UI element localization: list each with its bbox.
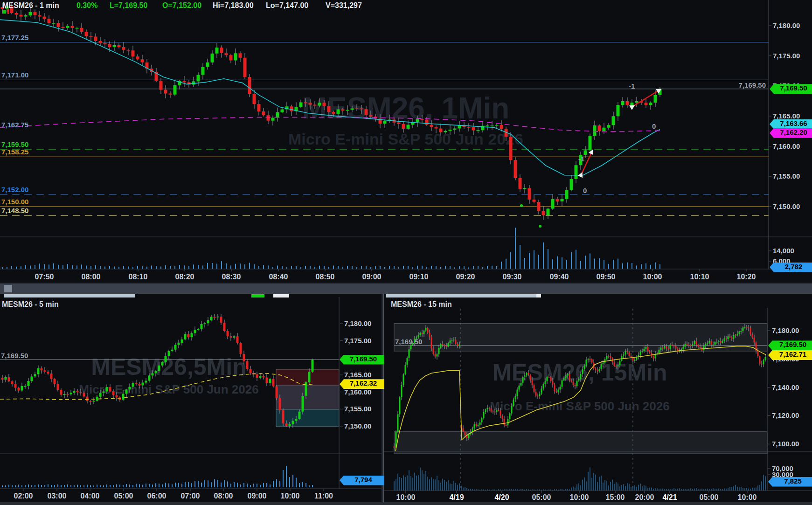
price-tick-label: 7,140.00 — [772, 383, 799, 392]
last-price-badge: 7,169.50 — [340, 355, 384, 365]
time-axis-label: 10:00 — [638, 273, 667, 281]
price-tick-label: 7,165.00 — [344, 371, 371, 379]
time-axis-label: 09:50 — [591, 273, 621, 281]
date-axis-label: 4/19 — [442, 493, 472, 502]
price-tick-label: 7,175.00 — [344, 337, 371, 345]
price-tick-label: 7,160.00 — [344, 388, 371, 396]
open-price-value: O=7,152.00 — [162, 1, 201, 10]
price-level-label: 7,158.25 — [1, 148, 28, 156]
panel-title-15min: MESM26 - 15 min — [391, 300, 452, 309]
price-level-label: 7,162.75 — [1, 121, 28, 129]
time-axis-label: 02:00 — [8, 492, 38, 500]
last-volume-badge: 2,782 — [770, 263, 812, 272]
trade-sequence-label: 0 — [652, 122, 656, 131]
time-axis-label: 10:10 — [685, 273, 715, 281]
time-axis-label: 10:00 — [732, 493, 762, 502]
time-axis-label: 04:00 — [75, 492, 105, 500]
time-axis-label: 15:00 — [600, 493, 630, 502]
time-axis-label: 10:00 — [275, 492, 305, 500]
time-axis-label: 05:00 — [527, 493, 556, 502]
panel-title-5min: MESM26 - 5 min — [2, 300, 59, 309]
time-axis-label: 11:00 — [309, 492, 339, 500]
trade-sequence-label: -1 — [578, 155, 584, 163]
price-tick-label: 7,180.00 — [344, 319, 371, 328]
last-price-badge: 7,169.50 — [768, 340, 812, 350]
price-tick-label: 7,150.00 — [344, 422, 371, 430]
price-tick-label: 7,155.00 — [344, 405, 371, 413]
session-volume-value: V=331,297 — [326, 1, 362, 10]
volume-tick-label: 14,000 — [773, 247, 794, 255]
price-tick-label: 7,120.00 — [772, 411, 799, 420]
time-axis-label: 08:40 — [264, 273, 293, 281]
inchart-price-level-label: 7,169.50 — [1, 352, 28, 360]
time-axis-label: 03:00 — [42, 492, 72, 500]
time-axis-label: 08:30 — [216, 273, 246, 281]
time-axis-label: 08:20 — [170, 273, 200, 281]
panel-position-strip-white[interactable] — [273, 294, 289, 297]
time-axis-label: 08:00 — [208, 492, 238, 500]
time-axis-label: 05:00 — [694, 493, 724, 502]
last-price-badge: 7,169.50 — [770, 84, 812, 94]
trade-sequence-label: 0 — [583, 187, 587, 195]
chart-plot-15min[interactable] — [383, 308, 767, 491]
date-axis-label: 4/20 — [487, 493, 517, 502]
price-tick-label: 7,165.00 — [773, 112, 800, 120]
chart-plot-1min[interactable] — [0, 0, 769, 269]
price-level-label: 7,177.25 — [1, 34, 28, 42]
time-axis-label: 08:00 — [76, 273, 106, 281]
time-axis-label: 10:00 — [391, 493, 421, 502]
time-axis-label: 09:40 — [544, 273, 574, 281]
time-axis-label: 08:50 — [310, 273, 340, 281]
price-tick-label: 7,155.00 — [773, 172, 800, 180]
last-volume-badge: 7,794 — [340, 476, 384, 485]
price-tick-label: 7,180.00 — [773, 21, 800, 30]
time-axis-label: 09:00 — [357, 273, 387, 281]
time-axis-label: 09:00 — [242, 492, 272, 500]
last-volume-badge: 7,825 — [768, 477, 812, 487]
time-axis-label: 10:20 — [731, 273, 761, 281]
last-price-value: L=7,169.50 — [110, 1, 147, 10]
price-tick-label: 7,180.00 — [772, 326, 799, 335]
study-price-badge: 7,163.66 — [770, 119, 812, 129]
horizontal-scrollbar[interactable] — [0, 284, 812, 294]
window-bottom-border — [0, 502, 812, 505]
charts-canvas: MESM26, 1MinMicro E-mini S&P 500 Jun 202… — [0, 0, 812, 505]
panel-position-strip[interactable] — [386, 294, 536, 297]
panel-position-strip-green[interactable] — [251, 294, 264, 297]
time-axis-label: 09:30 — [497, 273, 527, 281]
price-level-label: 7,148.50 — [1, 207, 28, 215]
time-axis-label: 07:00 — [175, 492, 205, 500]
trade-sequence-label: -1 — [629, 82, 635, 90]
price-level-label: 7,150.00 — [1, 198, 28, 206]
panel-position-strip[interactable] — [4, 294, 135, 297]
study-price-badge: 7,162.71 — [768, 350, 812, 360]
time-axis-label: 08:10 — [123, 273, 153, 281]
time-axis-label: 10:00 — [564, 493, 594, 502]
price-tick-label: 7,100.00 — [772, 440, 799, 448]
inchart-price-level-label: 7,169.50 — [395, 338, 422, 346]
time-axis-label: 09:20 — [451, 273, 480, 281]
time-axis-label: 09:10 — [404, 273, 434, 281]
high-price-value: Hi=7,183.00 — [213, 1, 254, 10]
chart-plot-5min[interactable] — [0, 297, 339, 489]
time-axis-label: 07:50 — [29, 273, 59, 281]
price-tick-label: 7,175.00 — [773, 52, 800, 60]
trading-workspace: MESM26, 1MinMicro E-mini S&P 500 Jun 202… — [0, 0, 812, 505]
study-price-badge: 7,162.32 — [340, 379, 384, 389]
panel-position-strip-white[interactable] — [536, 294, 541, 297]
time-axis-label: 06:00 — [142, 492, 172, 500]
change-percent-value: 0.30% — [76, 1, 97, 10]
price-tick-label: 7,160.00 — [773, 142, 800, 151]
symbol-timeframe-label: MESM26 - 1 min — [2, 1, 59, 10]
inchart-price-level-label: 7,169.50 — [718, 81, 766, 90]
price-level-label: 7,171.00 — [1, 71, 28, 79]
time-axis-label: 05:00 — [109, 492, 139, 500]
scrollbar-handle[interactable] — [4, 285, 12, 292]
study-price-badge: 7,162.20 — [770, 128, 812, 138]
price-level-label: 7,152.00 — [1, 186, 28, 194]
low-price-value: Lo=7,147.00 — [266, 1, 308, 10]
date-axis-label: 4/21 — [655, 493, 685, 502]
price-tick-label: 7,150.00 — [773, 202, 800, 211]
